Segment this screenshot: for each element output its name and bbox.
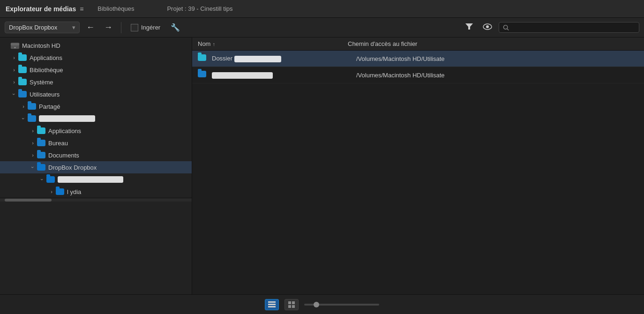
ingest-label: Ingérer (141, 24, 160, 31)
folder-cyan-icon (18, 54, 27, 61)
toggle-icon: › (21, 115, 26, 122)
folder-cyan-icon (37, 127, 46, 135)
sidebar-item-partage[interactable]: › Partagé (0, 100, 192, 112)
bibliotheque-label: Bibliothèque (30, 67, 63, 74)
toggle-icon: › (10, 55, 18, 60)
svg-rect-13 (288, 305, 291, 308)
file-name-2 (212, 71, 352, 79)
sidebar-item-bureau[interactable]: › Bureau (0, 137, 192, 149)
folder-dropbox-icon (55, 188, 65, 195)
svg-rect-14 (292, 305, 295, 308)
svg-rect-6 (11, 43, 19, 45)
svg-rect-11 (288, 301, 291, 304)
svg-marker-0 (465, 23, 473, 30)
svg-line-4 (507, 29, 509, 30)
ingest-button[interactable]: Ingérer (127, 22, 164, 33)
toggle-icon: › (30, 164, 36, 171)
sidebar-item-applications[interactable]: › Applications (0, 52, 192, 64)
forward-button[interactable]: → (101, 21, 115, 34)
toggle-icon: › (29, 128, 37, 134)
sidebar: Macintosh HD › Applications › Bibliothèq… (0, 37, 192, 294)
sidebar-item-user-redacted[interactable]: › (0, 112, 192, 125)
sidebar-item-utilisateurs[interactable]: › Utilisateurs (0, 88, 192, 100)
folder-cyan-icon (18, 78, 27, 86)
right-panel: Nom ↑ Chemin d'accès au fichier Dossier … (192, 37, 644, 294)
app-title-group: Explorateur de médias ≡ (6, 5, 83, 13)
file-row[interactable]: Dossier /Volumes/Macintosh HD/Utilisate (192, 51, 644, 67)
separator (121, 22, 121, 33)
sidebar-scrollbar[interactable] (0, 198, 192, 202)
file-list: Dossier /Volumes/Macintosh HD/Utilisate … (192, 51, 644, 294)
toggle-icon: › (29, 152, 37, 158)
svg-rect-8 (268, 301, 276, 303)
macintosh-hd-label: Macintosh HD (22, 42, 60, 49)
sidebar-item-user-applications[interactable]: › Applications (0, 125, 192, 137)
header-bar: Explorateur de médias ≡ Bibliothèques Pr… (0, 0, 644, 18)
file-name-1: Dossier (212, 55, 352, 62)
folder-blue-icon (198, 71, 208, 79)
ingest-checkbox[interactable] (131, 24, 138, 31)
partage-label: Partagé (39, 103, 60, 110)
source-dropdown-label: DropBox Dropbox (9, 24, 57, 31)
applications-label: Applications (30, 54, 62, 61)
file1-name-redacted (234, 56, 281, 62)
filter-svg (465, 22, 473, 30)
sidebar-item-lydia[interactable]: › l ydia (0, 186, 192, 198)
sidebar-item-macintosh-hd[interactable]: Macintosh HD (0, 39, 192, 52)
back-button[interactable]: ← (83, 21, 97, 34)
col-header-path: Chemin d'accès au fichier (348, 40, 638, 47)
folder-blue-icon (27, 103, 37, 110)
folder-blue-icon (37, 139, 46, 147)
wrench-icon[interactable]: 🔧 (168, 21, 183, 34)
file-path-2: /Volumes/Macintosh HD/Utilisate (356, 72, 638, 79)
search-input[interactable] (512, 24, 635, 31)
search-icon (503, 24, 509, 31)
sidebar-item-dropbox-sub1[interactable]: › (0, 173, 192, 186)
toggle-icon: › (10, 79, 18, 85)
folder-cyan-icon (198, 54, 208, 63)
documents-label: Documents (48, 152, 79, 159)
file2-name-redacted (212, 72, 273, 79)
eye-icon[interactable] (480, 21, 495, 34)
list-view-icon (268, 301, 276, 308)
file-row[interactable]: /Volumes/Macintosh HD/Utilisate (192, 67, 644, 83)
main-area: Macintosh HD › Applications › Bibliothèq… (0, 37, 644, 294)
svg-point-7 (15, 47, 16, 48)
col-name-label: Nom (198, 40, 210, 47)
svg-rect-10 (268, 306, 276, 307)
nav-libraries[interactable]: Bibliothèques (97, 5, 134, 12)
hd-icon (10, 42, 20, 49)
file-path-1: /Volumes/Macintosh HD/Utilisate (356, 55, 638, 62)
user-redacted-name (39, 115, 95, 122)
list-view-button[interactable] (265, 299, 279, 310)
svg-point-2 (486, 25, 489, 28)
svg-rect-12 (292, 301, 295, 304)
source-dropdown[interactable]: DropBox Dropbox ▾ (5, 22, 80, 33)
svg-rect-9 (268, 304, 276, 305)
size-slider[interactable] (304, 304, 379, 306)
sidebar-item-bibliotheque[interactable]: › Bibliothèque (0, 64, 192, 76)
grid-view-button[interactable] (285, 299, 299, 310)
sort-arrow-icon: ↑ (212, 41, 215, 47)
toggle-icon: › (10, 67, 18, 73)
sidebar-item-documents[interactable]: › Documents (0, 149, 192, 161)
menu-icon[interactable]: ≡ (80, 5, 83, 13)
toggle-icon: › (11, 90, 17, 98)
app-title: Explorateur de médias (6, 5, 76, 13)
svg-point-3 (503, 25, 507, 29)
dropbox-label: DropBox Dropbox (48, 164, 97, 171)
sidebar-item-dropbox[interactable]: › DropBox Dropbox (0, 161, 192, 173)
toggle-icon: › (39, 176, 45, 183)
toolbar: DropBox Dropbox ▾ ← → Ingérer 🔧 (0, 18, 644, 37)
filter-icon[interactable] (462, 20, 476, 35)
toggle-icon: › (20, 104, 27, 109)
col-header-name: Nom ↑ (198, 40, 348, 47)
dropbox-sub1-name (58, 176, 123, 183)
systeme-label: Système (30, 79, 53, 86)
folder-dropbox-icon (46, 176, 55, 183)
sidebar-item-systeme[interactable]: › Système (0, 76, 192, 88)
folder-blue-icon (37, 151, 46, 159)
search-bar[interactable] (499, 22, 639, 33)
column-headers: Nom ↑ Chemin d'accès au fichier (192, 37, 644, 51)
eye-svg (483, 23, 492, 30)
